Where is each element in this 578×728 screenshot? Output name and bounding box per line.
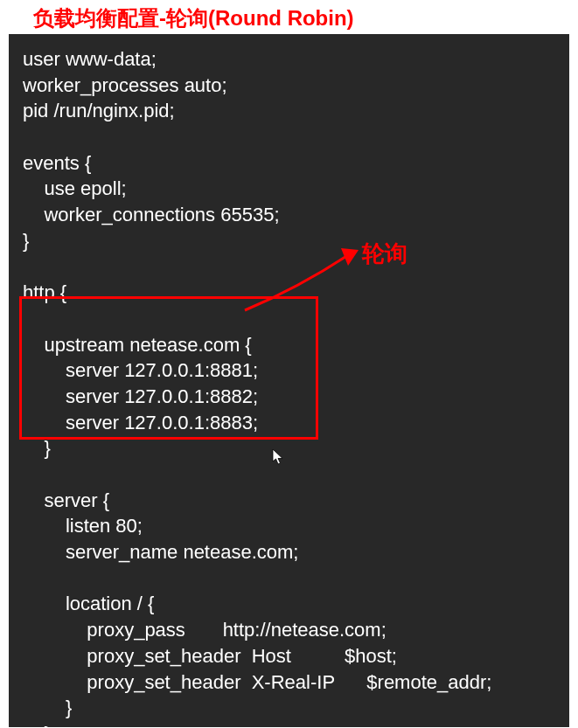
code-block: user www-data; worker_processes auto; pi… [9,34,569,727]
page-title: 负载均衡配置-轮询(Round Robin) [0,0,578,32]
